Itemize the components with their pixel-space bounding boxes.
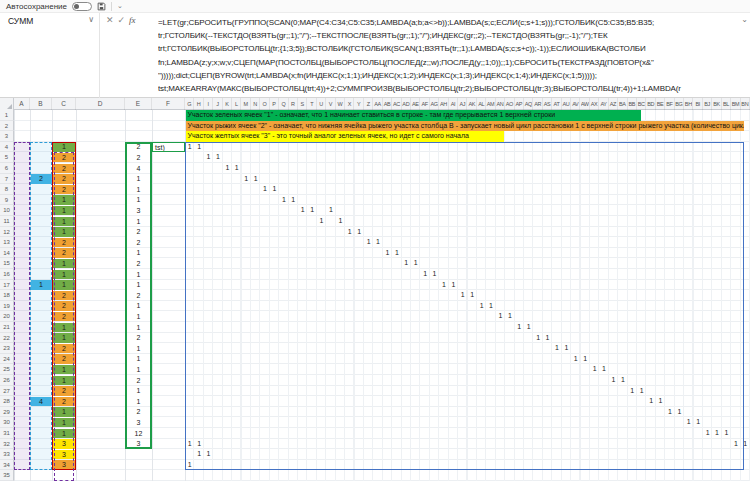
column-header-B[interactable]: B xyxy=(30,98,52,110)
spill-cell-r16c25[interactable]: 1 xyxy=(420,269,429,280)
column-header-K[interactable]: K xyxy=(223,98,232,110)
column-header-BG[interactable]: BG xyxy=(675,98,684,110)
cell-E30[interactable]: 3 xyxy=(126,418,152,428)
cell-E32[interactable]: 3 xyxy=(126,439,152,449)
row-header-13[interactable]: 13 xyxy=(0,237,14,248)
cell-B28[interactable]: 4 xyxy=(31,397,52,407)
spill-cell-r32c58[interactable]: 1 xyxy=(731,439,740,450)
column-header-Y[interactable]: Y xyxy=(355,98,364,110)
column-header-T[interactable]: T xyxy=(307,98,316,110)
spill-cell-r15c24[interactable]: 1 xyxy=(411,258,420,269)
column-header-U[interactable]: U xyxy=(317,98,326,110)
row-header-29[interactable]: 29 xyxy=(0,407,14,418)
column-header-AQ[interactable]: AQ xyxy=(524,98,533,110)
column-header-AK[interactable]: AK xyxy=(468,98,477,110)
cell-C14[interactable]: 2 xyxy=(53,248,76,258)
column-header-BH[interactable]: BH xyxy=(684,98,693,110)
row-header-9[interactable]: 9 xyxy=(0,195,14,206)
spill-cell-r18c30[interactable]: 1 xyxy=(468,290,477,301)
insert-function-button[interactable]: fx xyxy=(129,15,136,98)
cell-C6[interactable]: 2 xyxy=(53,164,76,174)
column-header-AX[interactable]: AX xyxy=(590,98,599,110)
column-header-AT[interactable]: AT xyxy=(552,98,561,110)
cell-E21[interactable]: 1 xyxy=(126,323,152,333)
column-header-S[interactable]: S xyxy=(298,98,307,110)
cell-C27[interactable]: 2 xyxy=(53,386,76,396)
spill-cell-r9c10[interactable]: 1 xyxy=(279,195,288,206)
column-header-F[interactable]: F xyxy=(152,98,185,110)
column-header-W[interactable]: W xyxy=(336,98,345,110)
row-header-23[interactable]: 23 xyxy=(0,343,14,354)
spill-cell-r12c18[interactable]: 1 xyxy=(355,227,364,238)
spill-cell-r5c3[interactable]: 1 xyxy=(213,152,222,163)
column-header-BC[interactable]: BC xyxy=(637,98,646,110)
spill-cell-r33c2[interactable]: 1 xyxy=(204,449,213,460)
row-header-12[interactable]: 12 xyxy=(0,227,14,238)
toolbar-customize-chevron-icon[interactable]: ⌄ xyxy=(117,2,123,10)
cell-E26[interactable]: 2 xyxy=(126,376,152,386)
spill-cell-r15c23[interactable]: 1 xyxy=(402,258,411,269)
row-header-24[interactable]: 24 xyxy=(0,354,14,365)
cell-E25[interactable]: 1 xyxy=(126,365,152,375)
spill-cell-r19c31[interactable]: 1 xyxy=(477,301,486,312)
column-header-AE[interactable]: AE xyxy=(411,98,420,110)
row-header-21[interactable]: 21 xyxy=(0,322,14,333)
column-header-AJ[interactable]: AJ xyxy=(458,98,467,110)
spill-cell-r7c6[interactable]: 1 xyxy=(242,174,251,185)
row-header-15[interactable]: 15 xyxy=(0,258,14,269)
row-header-5[interactable]: 5 xyxy=(0,152,14,163)
select-all-corner[interactable] xyxy=(0,98,14,110)
row-header-1[interactable]: 1 xyxy=(0,110,14,121)
column-header-BM[interactable]: BM xyxy=(731,98,740,110)
spill-cell-r10c15[interactable]: 1 xyxy=(326,205,335,216)
row-header-28[interactable]: 28 xyxy=(0,396,14,407)
row-header-14[interactable]: 14 xyxy=(0,248,14,259)
cell-E15[interactable]: 2 xyxy=(126,259,152,269)
cell-E4[interactable]: 2 xyxy=(126,142,152,152)
spill-cell-r30c53[interactable]: 1 xyxy=(684,417,693,428)
cell-E12[interactable]: 2 xyxy=(126,227,152,237)
column-header-L[interactable]: L xyxy=(232,98,241,110)
row-header-2[interactable]: 2 xyxy=(0,121,14,132)
cell-E24[interactable]: 1 xyxy=(126,354,152,364)
row-header-7[interactable]: 7 xyxy=(0,174,14,185)
cell-C11[interactable]: 1 xyxy=(53,217,76,227)
row-header-26[interactable]: 26 xyxy=(0,375,14,386)
column-header-O[interactable]: O xyxy=(260,98,269,110)
spill-cell-r25c44[interactable]: 1 xyxy=(599,364,608,375)
row-header-30[interactable]: 30 xyxy=(0,417,14,428)
column-header-I[interactable]: I xyxy=(204,98,213,110)
spill-cell-r4c1[interactable]: 1 xyxy=(194,142,203,153)
row-header-19[interactable]: 19 xyxy=(0,301,14,312)
cell-E17[interactable]: 1 xyxy=(126,280,152,290)
spill-cell-r28c49[interactable]: 1 xyxy=(646,396,655,407)
cell-E22[interactable]: 2 xyxy=(126,333,152,343)
cell-C22[interactable]: 1 xyxy=(53,333,76,343)
column-header-BN[interactable]: BN xyxy=(741,98,750,110)
spill-cell-r22c37[interactable]: 1 xyxy=(533,333,542,344)
cell-B7[interactable]: 2 xyxy=(31,174,52,184)
formula-bar-expand-chevron-icon[interactable]: ⌄ xyxy=(741,15,748,24)
row-header-17[interactable]: 17 xyxy=(0,280,14,291)
cell-E5[interactable]: 2 xyxy=(126,153,152,163)
column-header-BI[interactable]: BI xyxy=(694,98,703,110)
cell-C31[interactable]: 1 xyxy=(53,429,76,439)
spill-cell-r32c59[interactable]: 1 xyxy=(741,439,750,450)
cell-E7[interactable]: 1 xyxy=(126,174,152,184)
column-header-A[interactable]: A xyxy=(14,98,30,110)
column-header-BK[interactable]: BK xyxy=(712,98,721,110)
row-header-4[interactable]: 4 xyxy=(0,142,14,153)
spill-cell-r31c56[interactable]: 1 xyxy=(712,428,721,439)
cell-C10[interactable]: 1 xyxy=(53,206,76,216)
row-header-33[interactable]: 33 xyxy=(0,449,14,460)
column-header-AU[interactable]: AU xyxy=(562,98,571,110)
edit-cell-F4[interactable]: tst) xyxy=(152,142,185,153)
annotation-row-2[interactable]: Участок рыжих ячеек "2" - означает, что … xyxy=(186,121,744,132)
column-header-BE[interactable]: BE xyxy=(656,98,665,110)
cell-E31[interactable]: 12 xyxy=(126,429,152,439)
cell-E13[interactable]: 2 xyxy=(126,238,152,248)
column-header-Q[interactable]: Q xyxy=(279,98,288,110)
spill-cell-r21c35[interactable]: 1 xyxy=(515,322,524,333)
cell-E20[interactable]: 1 xyxy=(126,312,152,322)
spill-cell-r34c0[interactable]: 1 xyxy=(185,460,194,471)
